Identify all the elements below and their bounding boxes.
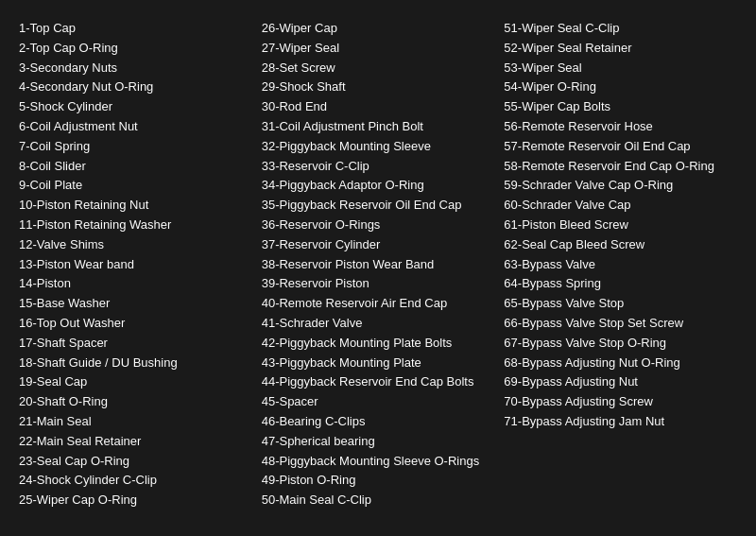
list-item: 41-Schrader Valve xyxy=(262,314,495,334)
list-item: 62-Seal Cap Bleed Screw xyxy=(504,235,737,255)
list-item: 23-Seal Cap O-Ring xyxy=(19,452,252,472)
list-item: 39-Reservoir Piston xyxy=(262,274,495,294)
list-item: 29-Shock Shaft xyxy=(262,78,495,97)
list-item: 17-Shaft Spacer xyxy=(19,334,252,354)
list-item: 36-Reservoir O-Rings xyxy=(262,216,495,235)
list-item: 43-Piggyback Mounting Plate xyxy=(262,354,495,373)
list-item: 60-Schrader Valve Cap xyxy=(504,196,737,216)
list-item: 12-Valve Shims xyxy=(19,235,252,255)
list-item: 33-Reservoir C-Clip xyxy=(262,157,495,177)
list-item: 8-Coil Slider xyxy=(19,157,252,177)
list-item: 66-Bypass Valve Stop Set Screw xyxy=(504,314,737,334)
list-item: 54-Wiper O-Ring xyxy=(504,78,737,97)
list-item: 51-Wiper Seal C-Clip xyxy=(504,19,737,39)
list-item: 27-Wiper Seal xyxy=(262,39,495,59)
column-3: 51-Wiper Seal C-Clip52-Wiper Seal Retain… xyxy=(504,19,737,510)
list-item: 1-Top Cap xyxy=(19,19,252,39)
list-item: 38-Reservoir Piston Wear Band xyxy=(262,255,495,275)
list-item: 28-Set Screw xyxy=(262,59,495,78)
list-item: 49-Piston O-Ring xyxy=(262,471,495,491)
list-item: 70-Bypass Adjusting Screw xyxy=(504,392,737,412)
list-item: 24-Shock Cylinder C-Clip xyxy=(19,471,252,491)
list-item: 15-Base Washer xyxy=(19,294,252,314)
list-item: 5-Shock Cylinder xyxy=(19,97,252,117)
list-item: 53-Wiper Seal xyxy=(504,59,737,78)
list-item: 30-Rod End xyxy=(262,97,495,117)
list-item: 40-Remote Reservoir Air End Cap xyxy=(262,294,495,314)
list-item: 26-Wiper Cap xyxy=(262,19,495,39)
list-item: 55-Wiper Cap Bolts xyxy=(504,97,737,117)
list-item: 50-Main Seal C-Clip xyxy=(262,491,495,510)
list-item: 22-Main Seal Retainer xyxy=(19,432,252,452)
list-item: 44-Piggyback Reservoir End Cap Bolts xyxy=(262,372,495,392)
list-item: 2-Top Cap O-Ring xyxy=(19,39,252,59)
list-item: 48-Piggyback Mounting Sleeve O-Rings xyxy=(262,452,495,472)
list-item: 14-Piston xyxy=(19,274,252,294)
list-item: 3-Secondary Nuts xyxy=(19,59,252,78)
list-item: 42-Piggyback Mounting Plate Bolts xyxy=(262,334,495,354)
list-item: 63-Bypass Valve xyxy=(504,255,737,275)
list-item: 47-Spherical bearing xyxy=(262,432,495,452)
list-item: 68-Bypass Adjusting Nut O-Ring xyxy=(504,354,737,373)
list-item: 65-Bypass Valve Stop xyxy=(504,294,737,314)
list-item: 18-Shaft Guide / DU Bushing xyxy=(19,354,252,373)
list-item: 35-Piggyback Reservoir Oil End Cap xyxy=(262,196,495,216)
parts-list: 1-Top Cap2-Top Cap O-Ring3-Secondary Nut… xyxy=(19,19,737,510)
list-item: 16-Top Out Washer xyxy=(19,314,252,334)
list-item: 37-Reservoir Cylinder xyxy=(262,235,495,255)
list-item: 10-Piston Retaining Nut xyxy=(19,196,252,216)
list-item: 6-Coil Adjustment Nut xyxy=(19,117,252,137)
list-item: 9-Coil Plate xyxy=(19,176,252,196)
column-1: 1-Top Cap2-Top Cap O-Ring3-Secondary Nut… xyxy=(19,19,262,510)
list-item: 56-Remote Reservoir Hose xyxy=(504,117,737,137)
list-item: 13-Piston Wear band xyxy=(19,255,252,275)
list-item: 11-Piston Retaining Washer xyxy=(19,216,252,235)
list-item: 19-Seal Cap xyxy=(19,372,252,392)
list-item: 25-Wiper Cap O-Ring xyxy=(19,491,252,510)
list-item: 4-Secondary Nut O-Ring xyxy=(19,78,252,97)
list-item: 21-Main Seal xyxy=(19,412,252,432)
list-item: 61-Piston Bleed Screw xyxy=(504,216,737,235)
column-2: 26-Wiper Cap27-Wiper Seal28-Set Screw29-… xyxy=(262,19,505,510)
list-item: 46-Bearing C-Clips xyxy=(262,412,495,432)
list-item: 7-Coil Spring xyxy=(19,137,252,157)
list-item: 57-Remote Reservoir Oil End Cap xyxy=(504,137,737,157)
list-item: 64-Bypass Spring xyxy=(504,274,737,294)
list-item: 45-Spacer xyxy=(262,392,495,412)
list-item: 67-Bypass Valve Stop O-Ring xyxy=(504,334,737,354)
list-item: 34-Piggyback Adaptor O-Ring xyxy=(262,176,495,196)
list-item: 58-Remote Reservoir End Cap O-Ring xyxy=(504,157,737,177)
list-item: 52-Wiper Seal Retainer xyxy=(504,39,737,59)
list-item: 31-Coil Adjustment Pinch Bolt xyxy=(262,117,495,137)
list-item: 69-Bypass Adjusting Nut xyxy=(504,372,737,392)
list-item: 71-Bypass Adjusting Jam Nut xyxy=(504,412,737,432)
list-item: 59-Schrader Valve Cap O-Ring xyxy=(504,176,737,196)
list-item: 20-Shaft O-Ring xyxy=(19,392,252,412)
list-item: 32-Piggyback Mounting Sleeve xyxy=(262,137,495,157)
